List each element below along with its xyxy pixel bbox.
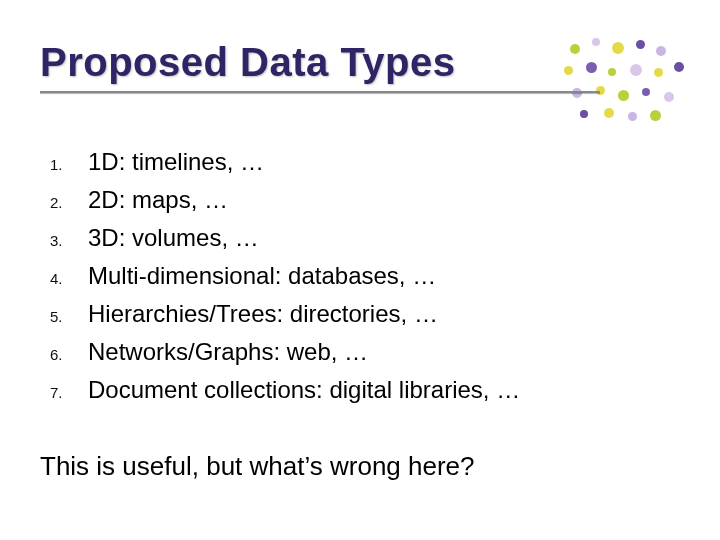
list-number: 3.: [50, 232, 88, 249]
slide-title: Proposed Data Types: [40, 40, 600, 85]
list-item: 4. Multi-dimensional: databases, …: [50, 262, 650, 290]
list-text: Networks/Graphs: web, …: [88, 338, 368, 366]
footer-text: This is useful, but what’s wrong here?: [40, 451, 475, 482]
list-item: 6. Networks/Graphs: web, …: [50, 338, 650, 366]
list-item: 1. 1D: timelines, …: [50, 148, 650, 176]
list-text: 3D: volumes, …: [88, 224, 259, 252]
list-number: 2.: [50, 194, 88, 211]
list-item: 2. 2D: maps, …: [50, 186, 650, 214]
list-item: 7. Document collections: digital librari…: [50, 376, 650, 404]
list-number: 1.: [50, 156, 88, 173]
title-block: Proposed Data Types: [40, 40, 600, 93]
list-number: 7.: [50, 384, 88, 401]
numbered-list: 1. 1D: timelines, … 2. 2D: maps, … 3. 3D…: [50, 148, 650, 414]
list-number: 4.: [50, 270, 88, 287]
list-text: Hierarchies/Trees: directories, …: [88, 300, 438, 328]
list-item: 3. 3D: volumes, …: [50, 224, 650, 252]
list-text: 2D: maps, …: [88, 186, 228, 214]
title-underline: [40, 91, 600, 93]
slide: Proposed Data Types 1. 1D: timelines, … …: [0, 0, 720, 540]
list-item: 5. Hierarchies/Trees: directories, …: [50, 300, 650, 328]
list-number: 6.: [50, 346, 88, 363]
list-number: 5.: [50, 308, 88, 325]
list-text: 1D: timelines, …: [88, 148, 264, 176]
list-text: Document collections: digital libraries,…: [88, 376, 520, 404]
list-text: Multi-dimensional: databases, …: [88, 262, 436, 290]
